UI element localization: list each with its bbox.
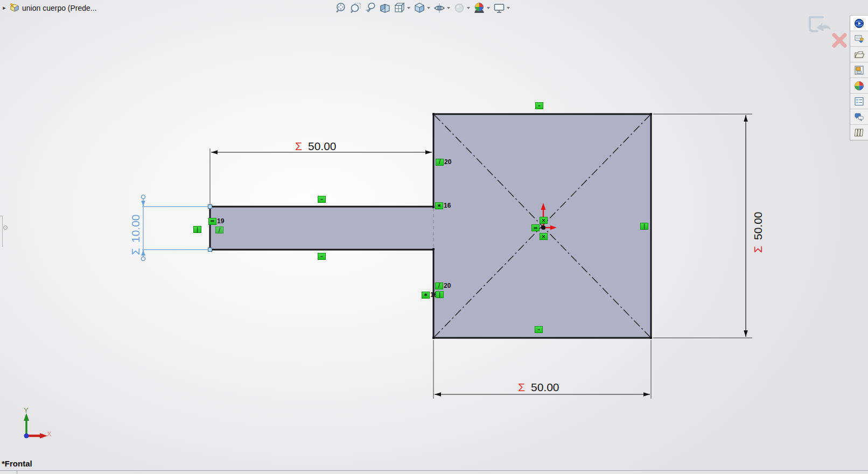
- status-bar-notch: [17, 470, 17, 474]
- horizontal-constraint-icon[interactable]: –: [318, 196, 326, 203]
- dimension-right-value[interactable]: 50.00: [752, 211, 764, 240]
- status-bar: [0, 471, 868, 474]
- collinear-constraint-icon[interactable]: /: [215, 227, 224, 234]
- hide-show-items-icon: [433, 2, 446, 15]
- exit-sketch-icon: [807, 16, 835, 37]
- status-bar-divider: [0, 470, 868, 471]
- zoom-to-fit-icon: [335, 2, 348, 15]
- view-orientation-label: *Frontal: [2, 459, 32, 468]
- vertical-constraint-icon[interactable]: |: [436, 291, 444, 298]
- previous-view-icon: [364, 2, 377, 15]
- sketch-profile[interactable]: [210, 114, 651, 338]
- document-library-icon: [854, 128, 864, 138]
- equal-constraint-icon[interactable]: =: [531, 224, 540, 231]
- zoom-to-area-icon: [349, 2, 362, 15]
- dimension-top[interactable]: Σ 50.00: [210, 140, 432, 204]
- horizontal-constraint-icon[interactable]: –: [318, 253, 326, 260]
- task-pane-item-document-library[interactable]: [850, 125, 868, 140]
- appearances-scenes-icon: [854, 81, 864, 91]
- dimension-left-sigma[interactable]: Σ: [129, 248, 142, 255]
- dimension-left-value[interactable]: 10.00: [129, 214, 142, 243]
- apply-scene-icon: [473, 2, 486, 15]
- feature-tree-title[interactable]: union cuerpo (Prede...: [22, 4, 97, 12]
- task-pane-item-view-palette[interactable]: [850, 62, 868, 78]
- cancel-sketch-button[interactable]: [831, 32, 848, 51]
- solidworks-forum-icon: [854, 112, 864, 122]
- solidworks-resources-icon: [854, 18, 864, 29]
- attach-handle-top[interactable]: [208, 205, 212, 209]
- task-pane-item-solidworks-resources[interactable]: [850, 16, 868, 31]
- display-style-icon: [413, 2, 426, 15]
- dimension-top-sigma[interactable]: Σ: [295, 140, 302, 152]
- dimension-bottom[interactable]: Σ 50.00: [433, 340, 651, 399]
- task-pane-item-appearances-scenes[interactable]: [850, 78, 868, 94]
- view-orientation-icon: [393, 2, 406, 15]
- zoom-to-area-button[interactable]: [348, 1, 363, 15]
- collinear-constraint-icon[interactable]: / 20: [435, 282, 451, 289]
- task-pane: [850, 15, 868, 140]
- custom-properties-icon: [854, 96, 864, 107]
- apply-scene-button[interactable]: [472, 1, 486, 15]
- dimension-bottom-value[interactable]: 50.00: [531, 381, 559, 393]
- attach-handle-bottom[interactable]: [208, 248, 212, 252]
- dropdown-caret-icon[interactable]: [487, 7, 490, 9]
- equal-constraint-icon[interactable]: = 19: [208, 217, 224, 225]
- intersection-constraint-icon[interactable]: ∗ 16: [435, 202, 451, 209]
- dropdown-caret-icon[interactable]: [467, 7, 470, 9]
- view-settings-button[interactable]: [492, 1, 506, 15]
- zoom-to-fit-button[interactable]: [334, 1, 348, 15]
- panel-splitter-handle[interactable]: [3, 225, 8, 230]
- dimension-bottom-sigma[interactable]: Σ: [518, 381, 525, 393]
- midpoint-constraint-icon[interactable]: ×: [540, 233, 548, 240]
- horizontal-constraint-icon[interactable]: –: [535, 102, 544, 109]
- task-pane-item-custom-properties[interactable]: [850, 94, 868, 109]
- triad-x-arrow: [40, 433, 47, 438]
- horizontal-constraint-icon[interactable]: –: [535, 326, 543, 333]
- cancel-sketch-icon: [831, 32, 848, 48]
- design-library-icon: [854, 34, 864, 44]
- tree-expander-icon[interactable]: ▸: [1, 4, 8, 11]
- exit-sketch-button[interactable]: [807, 16, 835, 39]
- dimension-handle-top[interactable]: [141, 195, 145, 199]
- edit-appearance-button[interactable]: [452, 1, 466, 15]
- collinear-constraint-icon[interactable]: / 20: [436, 158, 451, 166]
- part-icon: [10, 3, 20, 13]
- dimension-right-sigma[interactable]: Σ: [752, 246, 764, 253]
- section-view-icon: [379, 2, 391, 15]
- hide-show-items-button[interactable]: [432, 1, 446, 15]
- midpoint-constraint-icon[interactable]: ×: [540, 217, 548, 224]
- dropdown-caret-icon[interactable]: [427, 7, 430, 9]
- file-explorer-icon: [854, 49, 864, 60]
- dropdown-caret-icon[interactable]: [507, 7, 510, 9]
- vertical-constraint-icon[interactable]: |: [193, 226, 202, 233]
- view-palette-icon: [854, 65, 864, 75]
- view-orientation-button[interactable]: [392, 1, 407, 15]
- triad-x-label: X: [47, 430, 52, 438]
- feature-tree-root[interactable]: ▸ union cuerpo (Prede...: [1, 3, 97, 13]
- triad-y-arrow: [24, 413, 29, 421]
- view-settings-icon: [493, 2, 506, 15]
- triad-origin-dot: [24, 434, 29, 438]
- dimension-handle-bottom[interactable]: [141, 257, 145, 260]
- dimension-right[interactable]: Σ 50.00: [653, 114, 764, 338]
- triad-y-label: Y: [24, 406, 29, 414]
- headsup-toolbar: [334, 1, 512, 15]
- graphics-area[interactable]: Σ 50.00 Σ 50.00 Σ 50.00: [0, 0, 868, 474]
- collapsed-panel-edge: [2, 216, 3, 247]
- edit-appearance-icon: [453, 2, 466, 15]
- task-pane-item-design-library[interactable]: [850, 31, 868, 47]
- dropdown-caret-icon[interactable]: [447, 7, 450, 9]
- intersection-constraint-icon[interactable]: ∗ 16: [422, 291, 437, 299]
- vertical-constraint-icon[interactable]: |: [640, 223, 649, 230]
- dropdown-caret-icon[interactable]: [407, 7, 410, 9]
- previous-view-button[interactable]: [363, 1, 377, 15]
- display-style-button[interactable]: [412, 1, 426, 15]
- dimension-top-value[interactable]: 50.00: [308, 140, 337, 152]
- section-view-button[interactable]: [377, 1, 392, 15]
- task-pane-item-file-explorer[interactable]: [850, 47, 868, 62]
- task-pane-item-solidworks-forum[interactable]: [850, 109, 868, 125]
- coordinate-triad: Y X: [24, 406, 52, 438]
- sketch-canvas[interactable]: Σ 50.00 Σ 50.00 Σ 50.00: [0, 0, 868, 474]
